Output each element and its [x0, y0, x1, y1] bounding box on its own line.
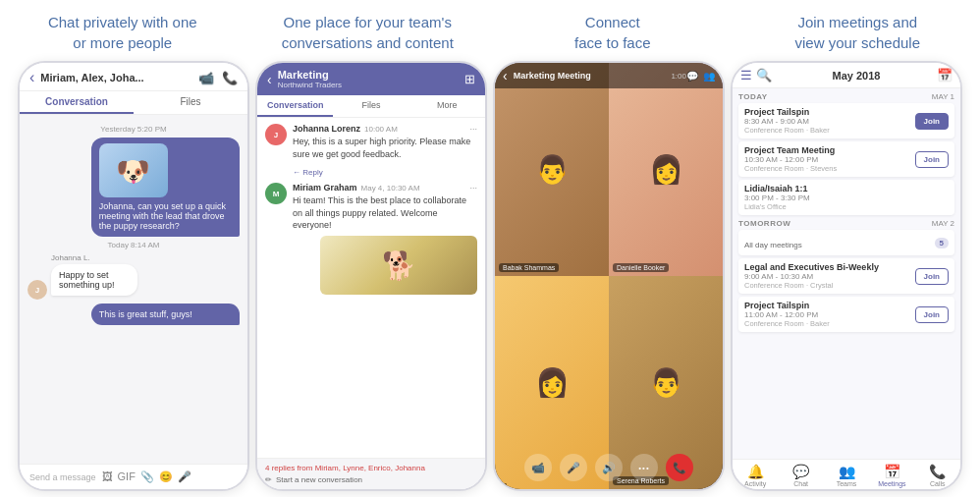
event-time-2: 10:30 AM - 12:00 PM: [744, 155, 915, 164]
avatar-johanna: J: [265, 124, 287, 145]
event-title-4: Legal and Executives Bi-Weekly: [744, 262, 915, 272]
back-arrow-icon[interactable]: ‹: [267, 72, 272, 87]
allday-info: All day meetings: [744, 234, 935, 251]
video-cell-1: 👨 Babak Shammas: [495, 63, 609, 276]
top-captions: Chat privately with oneor more people On…: [0, 0, 980, 61]
phone4-content: TODAY MAY 1 Project Tailspin 8:30 AM - 9…: [733, 88, 960, 459]
image-icon[interactable]: 🖼: [102, 470, 113, 483]
participant-name-3: [499, 483, 507, 485]
tab-conversation[interactable]: Conversation: [257, 95, 333, 117]
tab-more[interactable]: More: [409, 95, 485, 117]
join-btn-5[interactable]: Join: [915, 306, 949, 323]
calendar-icon[interactable]: 📅: [937, 68, 953, 83]
call-icon[interactable]: 📞: [222, 71, 238, 85]
chat-nav-icon: 💬: [792, 464, 809, 479]
back-arrow-icon[interactable]: ‹: [29, 69, 34, 86]
today-date: MAY 1: [932, 92, 954, 101]
phone1-footer[interactable]: Send a message 🖼 GIF 📎 😊 🎤: [20, 464, 247, 489]
tab-files[interactable]: Files: [333, 95, 408, 117]
event-info-2: Project Team Meeting 10:30 AM - 12:00 PM…: [744, 145, 915, 173]
participant-name-2: Danielle Booker: [613, 263, 669, 272]
event-time-3: 3:00 PM - 3:30 PM: [744, 193, 949, 202]
bubble-sent-1: 🐶 Johanna, can you set up a quick meetin…: [91, 138, 240, 237]
teams-label: Teams: [837, 480, 857, 487]
video-cell-2: 👩 Danielle Booker: [609, 63, 723, 276]
phones-row: ‹ Miriam, Alex, Joha... 📹 📞 Conversation…: [0, 61, 980, 497]
phone2-header: ‹ Marketing Northwind Traders ⊞: [257, 63, 485, 95]
new-conv-label: Start a new conversation: [276, 475, 362, 484]
reply-link[interactable]: ← Reply: [293, 168, 477, 177]
contact-name: Miriam, Alex, Joha...: [40, 72, 198, 83]
event-allday: All day meetings 5: [738, 230, 954, 255]
caption-1: Chat privately with oneor more people: [0, 12, 245, 53]
replies-count[interactable]: 4 replies from Miriam, Lynne, Enrico, Jo…: [265, 464, 477, 472]
nav-chat[interactable]: 💬 Chat: [778, 464, 823, 487]
channel-info: Marketing Northwind Traders: [278, 69, 464, 89]
tomorrow-date: MAY 2: [932, 219, 954, 228]
join-btn-2[interactable]: Join: [915, 151, 949, 168]
hamburger-icon[interactable]: ☰: [740, 68, 752, 83]
event-location-1: Conference Room · Baker: [744, 126, 915, 135]
tab-conversation[interactable]: Conversation: [20, 91, 134, 114]
end-call-btn[interactable]: 📞: [666, 454, 693, 481]
tab-files[interactable]: Files: [134, 91, 247, 114]
phone2-messages: J Johanna Lorenz 10:00 AM ··· Hey, this …: [257, 118, 485, 458]
emoji-icon[interactable]: 😊: [159, 470, 173, 483]
msg-sender-2: Miriam Graham: [293, 183, 357, 193]
footer-icons: 🖼 GIF 📎 😊 🎤: [102, 470, 191, 483]
more-options-btn[interactable]: •••: [630, 454, 658, 481]
phone2-footer: 4 replies from Miriam, Lynne, Enrico, Jo…: [257, 458, 485, 489]
calls-icon: 📞: [929, 464, 946, 479]
channel-options-icon[interactable]: ⊞: [464, 72, 475, 86]
video-back-icon[interactable]: ‹: [503, 68, 508, 83]
phone-chat: ‹ Miriam, Alex, Joha... 📹 📞 Conversation…: [18, 61, 249, 491]
participants-icon[interactable]: 👥: [703, 71, 715, 82]
msg-body-1: Johanna Lorenz 10:00 AM ··· Hey, this is…: [293, 124, 477, 160]
mic-icon[interactable]: 🎤: [178, 470, 191, 483]
video-header: ‹ Marketing Meeting 1:00 💬 👥: [495, 63, 723, 88]
nav-teams[interactable]: 👥 Teams: [824, 464, 869, 487]
msg-options-icon-2[interactable]: ···: [469, 183, 477, 193]
today-label: TODAY: [738, 92, 768, 101]
video-icon[interactable]: 📹: [198, 71, 214, 85]
search-icon[interactable]: 🔍: [756, 68, 772, 83]
nav-activity[interactable]: 🔔 Activity: [733, 464, 778, 487]
event-card-1: Project Tailspin 8:30 AM - 9:00 AM Confe…: [738, 103, 954, 138]
phone-calendar: ☰ 🔍 May 2018 📅 TODAY MAY 1 Project Tails…: [731, 61, 962, 491]
video-grid: 👨 Babak Shammas 👩 Danielle Booker 👩 👨 Se…: [495, 63, 723, 489]
phone2-tabs: Conversation Files More: [257, 95, 485, 118]
new-conversation[interactable]: ✏ Start a new conversation: [265, 475, 477, 484]
activity-label: Activity: [744, 480, 766, 487]
channel-msg-2: M Miriam Graham May 4, 10:30 AM ··· Hi t…: [265, 183, 477, 295]
nav-meetings[interactable]: 📅 Meetings: [869, 464, 914, 487]
event-time-5: 11:00 AM - 12:00 PM: [744, 310, 915, 319]
msg-options-icon[interactable]: ···: [469, 124, 477, 134]
attach-icon[interactable]: 📎: [140, 470, 154, 483]
today-section: TODAY MAY 1 Project Tailspin 8:30 AM - 9…: [738, 92, 954, 215]
video-toggle-btn[interactable]: 📹: [524, 454, 552, 481]
meetings-label: Meetings: [878, 480, 905, 487]
msg-body-2: Miriam Graham May 4, 10:30 AM ··· Hi tea…: [293, 183, 477, 295]
phone3-body: ‹ Marketing Meeting 1:00 💬 👥 👨 Babak Sha…: [495, 63, 723, 489]
send-placeholder: Send a message: [29, 472, 96, 482]
avatar-miriam: M: [265, 183, 287, 204]
nav-calls[interactable]: 📞 Calls: [915, 464, 960, 487]
event-location-5: Conference Room · Baker: [744, 319, 915, 328]
msg-text-1: Hey, this is a super high priority. Plea…: [293, 136, 477, 160]
calls-label: Calls: [930, 480, 946, 487]
event-info-1: Project Tailspin 8:30 AM - 9:00 AM Confe…: [744, 107, 915, 135]
video-controls: 📹 🎤 🔊 ••• 📞: [495, 454, 723, 481]
date-stamp-1: Yesterday 5:20 PM: [27, 125, 240, 134]
meeting-name: Marketing Meeting: [514, 71, 672, 81]
chat-icon[interactable]: 💬: [686, 71, 698, 82]
join-btn-4[interactable]: Join: [915, 268, 949, 285]
puppy-image: 🐕: [320, 236, 477, 295]
speaker-btn[interactable]: 🔊: [595, 454, 623, 481]
join-btn-1[interactable]: Join: [915, 113, 949, 130]
caption-3: Connectface to face: [490, 12, 735, 53]
bubble-received-1: Happy to set something up!: [51, 264, 137, 296]
mic-toggle-btn[interactable]: 🎤: [560, 454, 587, 481]
gif-icon[interactable]: GIF: [118, 470, 136, 483]
event-location-2: Conference Room · Stevens: [744, 164, 915, 173]
allday-label: All day meetings: [744, 241, 802, 249]
